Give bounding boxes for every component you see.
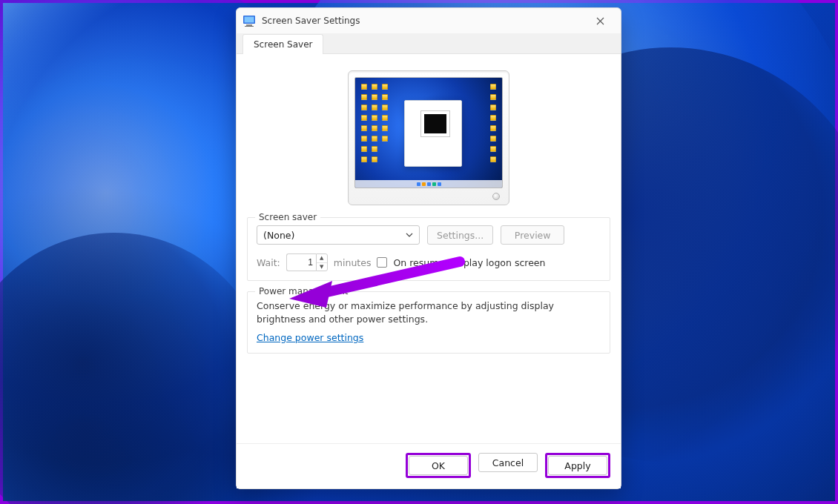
cancel-button[interactable]: Cancel	[478, 453, 538, 472]
screensaver-select[interactable]: (None)	[257, 225, 420, 245]
monitor-preview-frame	[348, 70, 509, 205]
wait-minutes-spinner[interactable]: ▲ ▼	[286, 253, 328, 271]
screensaver-app-icon	[243, 14, 256, 27]
spinner-down-icon[interactable]: ▼	[317, 263, 327, 271]
svg-rect-2	[246, 24, 252, 26]
tab-strip: Screen Saver	[237, 33, 621, 54]
preview-button[interactable]: Preview	[501, 225, 564, 245]
wait-label: Wait:	[257, 257, 280, 268]
apply-button[interactable]: Apply	[548, 456, 607, 475]
change-power-settings-link[interactable]: Change power settings	[257, 332, 363, 343]
resume-logon-checkbox[interactable]	[377, 257, 387, 268]
ok-button[interactable]: OK	[409, 456, 468, 475]
settings-button[interactable]: Settings...	[427, 225, 493, 245]
power-group-legend: Power management	[255, 286, 352, 296]
resume-logon-label: On resume, display logon screen	[393, 257, 545, 268]
power-description: Conserve energy or maximize performance …	[257, 299, 601, 326]
ok-highlight-annotation: OK	[406, 453, 471, 478]
tab-screen-saver[interactable]: Screen Saver	[243, 34, 323, 54]
close-icon	[596, 17, 604, 25]
screen-saver-settings-dialog: Screen Saver Settings Screen Saver	[236, 7, 621, 489]
spinner-up-icon[interactable]: ▲	[317, 254, 327, 263]
window-title: Screen Saver Settings	[262, 16, 584, 26]
dialog-content: Screen saver (None) Settings... Preview …	[237, 54, 621, 443]
screensaver-preview-area	[247, 64, 610, 210]
svg-rect-3	[245, 26, 254, 27]
screensaver-group: Screen saver (None) Settings... Preview …	[247, 217, 610, 281]
wait-units-label: minutes	[334, 257, 372, 268]
svg-rect-1	[245, 17, 254, 23]
monitor-preview-screen	[354, 77, 503, 188]
monitor-power-led-icon	[492, 193, 500, 200]
dialog-footer: OK Cancel Apply	[237, 443, 621, 488]
wait-minutes-input[interactable]	[286, 253, 316, 271]
power-management-group: Power management Conserve energy or maxi…	[247, 291, 610, 354]
titlebar: Screen Saver Settings	[237, 8, 621, 33]
chevron-down-icon	[406, 230, 413, 241]
mini-settings-window	[404, 100, 462, 167]
screensaver-selected-value: (None)	[263, 230, 294, 241]
mini-taskbar	[355, 180, 502, 188]
apply-highlight-annotation: Apply	[545, 453, 610, 478]
close-button[interactable]	[584, 8, 616, 33]
screensaver-group-legend: Screen saver	[255, 212, 320, 222]
